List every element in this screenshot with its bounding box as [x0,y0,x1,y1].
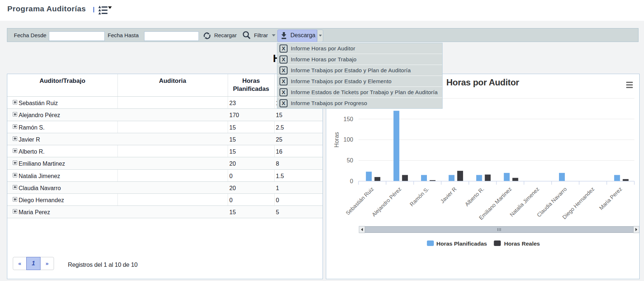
svg-text:Natalia Jimenez: Natalia Jimenez [509,186,540,218]
svg-text:Alberto R.: Alberto R. [464,186,485,207]
svg-text:Claudia Navarro: Claudia Navarro [536,186,568,218]
svg-text:Horas por Auditor: Horas por Auditor [446,77,519,87]
svg-text:Sebastián Ruiz: Sebastián Ruiz [344,186,375,216]
svg-text:100: 100 [343,136,353,143]
svg-text:150: 150 [343,116,353,122]
svg-text:Horas Planificadas: Horas Planificadas [436,240,487,247]
svg-text:Javier R: Javier R [439,186,458,204]
svg-text:Horas: Horas [333,132,340,148]
svg-text:Maria Perez: Maria Perez [598,186,623,211]
svg-text:Alejandro Pérez: Alejandro Pérez [371,186,402,218]
svg-text:Ramón S.: Ramón S. [408,186,430,207]
svg-text:50: 50 [347,157,353,163]
svg-text:0: 0 [350,178,353,184]
svg-text:Horas Reales: Horas Reales [504,240,540,247]
